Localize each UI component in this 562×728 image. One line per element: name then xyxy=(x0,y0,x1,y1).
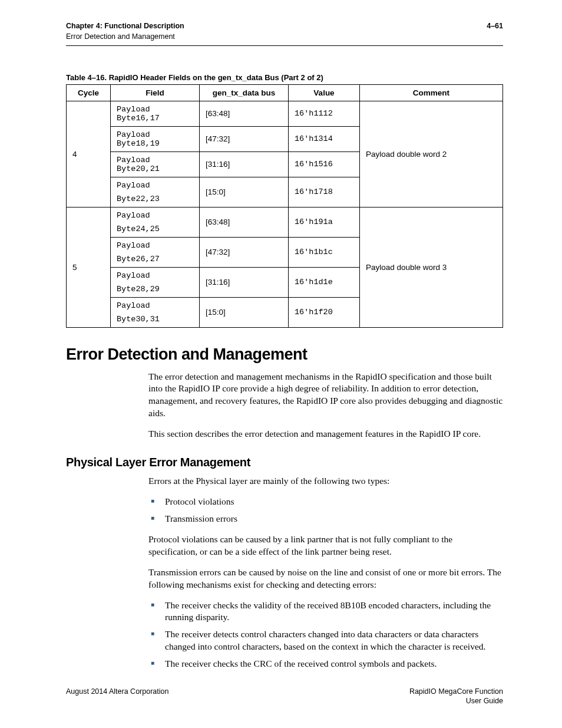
col-bus: gen_tx_data bus xyxy=(200,84,289,101)
cell-bus: [47:32] xyxy=(200,126,289,151)
body-paragraph: Transmission errors can be caused by noi… xyxy=(148,566,503,591)
cell-bus: [63:48] xyxy=(200,207,289,237)
cell-field: PayloadByte26,27 xyxy=(111,237,200,267)
bullet-list: The receiver checks the validity of the … xyxy=(148,599,503,671)
cell-value: 16'h1d1e xyxy=(289,267,360,297)
cell-field: PayloadByte16,17 xyxy=(111,101,200,126)
cell-bus: [31:16] xyxy=(200,267,289,297)
cell-value: 16'h1516 xyxy=(289,151,360,177)
cell-field: PayloadByte22,23 xyxy=(111,177,200,207)
page-header: Chapter 4: Functional Description Error … xyxy=(66,21,503,42)
footer-doc-subtitle: User Guide xyxy=(409,696,503,706)
cell-bus: [15:0] xyxy=(200,297,289,327)
cell-comment: Payload double word 2 xyxy=(360,101,503,207)
col-field: Field xyxy=(111,84,200,101)
page-footer: August 2014 Altera Corporation RapidIO M… xyxy=(66,687,503,706)
data-table: Cycle Field gen_tx_data bus Value Commen… xyxy=(66,84,503,328)
list-item: Transmission errors xyxy=(148,513,503,525)
body-paragraph: Protocol violations can be caused by a l… xyxy=(148,533,503,558)
header-rule xyxy=(66,45,503,46)
cell-field: PayloadByte24,25 xyxy=(111,207,200,237)
cell-field: PayloadByte18,19 xyxy=(111,126,200,151)
bullet-list: Protocol violations Transmission errors xyxy=(148,496,503,525)
footer-doc-title: RapidIO MegaCore Function xyxy=(409,687,503,696)
cell-field: PayloadByte30,31 xyxy=(111,297,200,327)
cell-cycle: 4 xyxy=(67,101,111,207)
header-page-number: 4–61 xyxy=(487,21,503,42)
list-item: Protocol violations xyxy=(148,496,503,508)
cell-value: 16'h1112 xyxy=(289,101,360,126)
cell-value: 16'h1718 xyxy=(289,177,360,207)
list-item: The receiver checks the validity of the … xyxy=(148,599,503,624)
col-value: Value xyxy=(289,84,360,101)
cell-value: 16'h1b1c xyxy=(289,237,360,267)
header-chapter: Chapter 4: Functional Description xyxy=(66,21,184,31)
col-cycle: Cycle xyxy=(67,84,111,101)
cell-bus: [63:48] xyxy=(200,101,289,126)
cell-bus: [31:16] xyxy=(200,151,289,177)
cell-value: 16'h1f20 xyxy=(289,297,360,327)
body-paragraph: This section describes the error detecti… xyxy=(148,428,503,440)
list-item: The receiver checks the CRC of the recei… xyxy=(148,658,503,670)
col-comment: Comment xyxy=(360,84,503,101)
header-subtitle: Error Detection and Management xyxy=(66,32,184,41)
cell-bus: [47:32] xyxy=(200,237,289,267)
cell-cycle: 5 xyxy=(67,207,111,327)
list-item: The receiver detects control characters … xyxy=(148,628,503,653)
table-caption: Table 4–16. RapidIO Header Fields on the… xyxy=(66,73,503,82)
footer-left: August 2014 Altera Corporation xyxy=(66,687,168,706)
body-paragraph: The error detection and management mecha… xyxy=(148,371,503,420)
body-paragraph: Errors at the Physical layer are mainly … xyxy=(148,475,503,487)
section-heading: Error Detection and Management xyxy=(66,345,503,364)
cell-value: 16'h191a xyxy=(289,207,360,237)
cell-comment: Payload double word 3 xyxy=(360,207,503,327)
cell-field: PayloadByte28,29 xyxy=(111,267,200,297)
subsection-heading: Physical Layer Error Management xyxy=(66,456,503,469)
cell-value: 16'h1314 xyxy=(289,126,360,151)
cell-field: PayloadByte20,21 xyxy=(111,151,200,177)
cell-bus: [15:0] xyxy=(200,177,289,207)
